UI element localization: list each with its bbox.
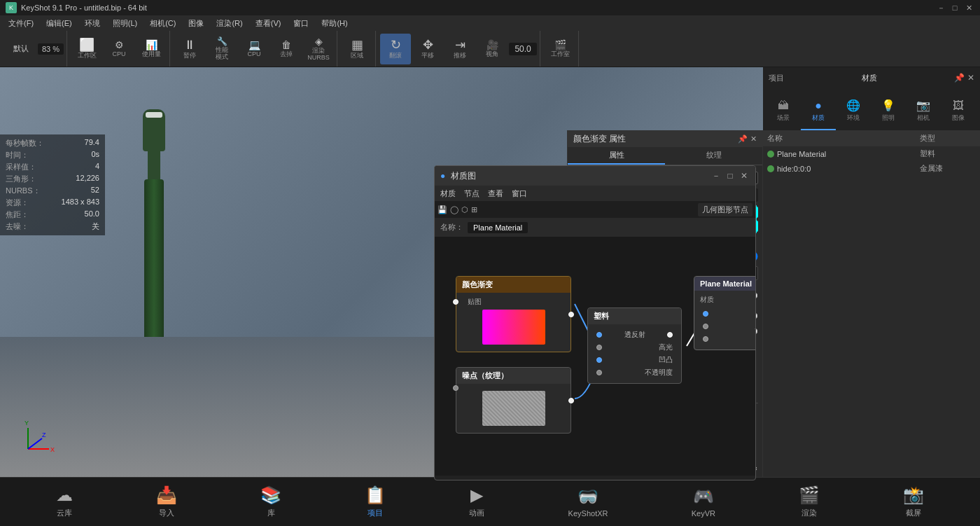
default-button[interactable]: 默认 (6, 34, 36, 64)
props-close-icon[interactable]: ✕ (750, 134, 757, 144)
mgmenu-material[interactable]: 材质 (440, 188, 456, 199)
right-panel-header: 项目 材质 📌 ✕ (763, 67, 980, 88)
push-button[interactable]: ⇥ 推移 (444, 34, 475, 64)
mat-col-type: 类型 (920, 133, 976, 144)
render-icon: 🎬 (799, 485, 820, 505)
minimize-button[interactable]: － (935, 2, 946, 13)
title-bar-controls: － □ ✕ (935, 2, 974, 13)
studio-button[interactable]: 🎬 工作室 (545, 34, 575, 64)
render-nurbs-button[interactable]: ◈ 渲染NURBS (303, 34, 334, 64)
region-button[interactable]: ▦ 区域 (342, 34, 372, 64)
tab-material[interactable]: ● 材质 (801, 92, 836, 130)
color-node-header: 颜色渐变 (456, 277, 570, 293)
menu-lighting[interactable]: 照明(L) (107, 17, 143, 30)
plastic-in-port-2[interactable] (596, 357, 602, 363)
pin-icon[interactable]: 📌 (954, 73, 965, 83)
bottom-keyvr-btn[interactable]: 🎮 KeyVR (692, 487, 715, 518)
mat-graph-close[interactable]: ✕ (738, 170, 750, 181)
workspace-button[interactable]: ⬜ 工作区 (71, 34, 102, 64)
props-pin-icon[interactable]: 📌 (738, 134, 748, 144)
bottom-animation-btn[interactable]: ▶ 动画 (469, 485, 484, 518)
cpu-button[interactable]: ⚙ CPU (104, 34, 134, 64)
remove-button[interactable]: 🗑 去掉 (271, 34, 302, 64)
plastic-in-port-0[interactable] (596, 332, 602, 338)
bottom-project-btn[interactable]: 📋 项目 (365, 485, 386, 518)
bottom-lib-btn[interactable]: 📚 库 (260, 485, 281, 518)
menu-help[interactable]: 帮助(H) (316, 17, 353, 30)
plastic-in-port-3[interactable] (596, 370, 602, 375)
menu-image[interactable]: 图像 (183, 17, 209, 30)
bump-in-port[interactable] (453, 385, 458, 391)
graph-canvas[interactable]: 颜色渐变 贴图 噪点（纹理） (435, 237, 755, 476)
plastic-out-port-0[interactable] (667, 332, 673, 338)
plane-material-node[interactable]: Plane Material 材质 表里 几何形 (694, 276, 755, 350)
tab-camera[interactable]: 📷 相机 (906, 92, 941, 130)
color-gradient-node[interactable]: 颜色渐变 贴图 (456, 276, 571, 352)
color-gradient-preview (482, 310, 545, 345)
resources-row: 资源： 1483 x 843 (6, 197, 99, 209)
bottom-library-btn[interactable]: ☁ 云库 (56, 485, 73, 518)
material-type-1: 金属漆 (920, 163, 976, 174)
props-tab-texture[interactable]: 纹理 (665, 147, 762, 165)
tab-image[interactable]: 🖼 图像 (941, 92, 976, 130)
mgmenu-node[interactable]: 节点 (464, 188, 479, 199)
mg-toolbar-icon-2[interactable]: ◯ (450, 205, 458, 214)
focal-value: 50.0 (85, 209, 99, 220)
bump-node[interactable]: 噪点（纹理） (456, 367, 571, 434)
bottom-bar: ☁ 云库 📥 导入 📚 库 📋 项目 ▶ 动画 🥽 KeyShotXR 🎮 Ke… (0, 477, 980, 526)
material-row-1[interactable]: hide:0:0:0 金属漆 (763, 161, 980, 176)
color-node-in-port[interactable] (453, 299, 458, 305)
mg-toolbar-icon-3[interactable]: ⬡ (461, 205, 468, 214)
bottom-render-btn[interactable]: 🎬 渲染 (799, 485, 820, 518)
triangles-value: 12,226 (76, 174, 99, 184)
roll-button[interactable]: ↻ 翻滚 (380, 34, 411, 64)
tab-lighting[interactable]: 💡 照明 (871, 92, 906, 130)
geo-node-label[interactable]: 几何图形节点 (698, 203, 752, 216)
menu-env[interactable]: 环境 (79, 17, 106, 30)
mat-graph-maximize[interactable]: □ (724, 170, 736, 181)
menu-window[interactable]: 窗口 (288, 17, 314, 30)
zoom-selector[interactable]: 83 % (38, 43, 64, 55)
bump-node-out-port[interactable] (568, 398, 574, 403)
tab-scene[interactable]: 🏔 场景 (766, 92, 801, 130)
mgmenu-window[interactable]: 窗口 (512, 188, 527, 199)
bottom-import-btn[interactable]: 📥 导入 (156, 485, 177, 518)
plane-in-port-1[interactable] (703, 324, 708, 329)
angle-button[interactable]: 🎥 视角 (477, 34, 507, 64)
bottom-screenshot-btn[interactable]: 📸 截屏 (903, 485, 924, 518)
panel-close-icon[interactable]: ✕ (967, 73, 974, 83)
color-node-out-port[interactable] (568, 312, 574, 317)
perf-mode-button[interactable]: 🔧 性能模式 (206, 34, 237, 64)
import-icon: 📥 (156, 485, 177, 505)
menu-file[interactable]: 文件(F) (3, 17, 39, 30)
mat-graph-name-bar: 名称： Plane Material (435, 218, 755, 237)
menu-render[interactable]: 渲染(R) (211, 17, 248, 30)
cpu2-button[interactable]: 💻 CPU (239, 34, 270, 64)
material-row-0[interactable]: Plane Material 塑料 (763, 146, 980, 161)
menu-camera[interactable]: 相机(C) (144, 17, 181, 30)
mgmenu-view[interactable]: 查看 (488, 188, 503, 199)
plastic-row-label-2: 凹凸 (659, 355, 673, 365)
mg-name-value: Plane Material (468, 222, 528, 233)
plastic-node[interactable]: 塑料 透反射 高光 (587, 307, 682, 384)
mg-toolbar-icon-1[interactable]: 💾 (438, 205, 447, 214)
close-button[interactable]: ✕ (963, 2, 974, 13)
maximize-button[interactable]: □ (949, 2, 960, 13)
props-tab-attr[interactable]: 属性 (568, 147, 665, 165)
mg-toolbar-icon-4[interactable]: ⊞ (471, 205, 477, 214)
tab-env[interactable]: 🌐 环境 (836, 92, 871, 130)
mat-graph-minimize[interactable]: － (710, 170, 722, 181)
usage-button[interactable]: 📊 使用量 (136, 34, 167, 64)
bottom-keyxr-btn[interactable]: 🥽 KeyShotXR (568, 487, 608, 518)
pan-button[interactable]: ✥ 平移 (412, 34, 443, 64)
plane-in-port-2[interactable] (703, 336, 708, 342)
menu-edit[interactable]: 编辑(E) (41, 17, 78, 30)
menu-view[interactable]: 查看(V) (250, 17, 287, 30)
right-panel: 项目 材质 📌 ✕ 🏔 场景 ● 材质 🌐 环境 💡 照明 (763, 67, 980, 477)
material-graph-window: ● 材质图 － □ ✕ 材质 节点 查看 窗口 💾 ◯ ⬡ ⊞ 几何图形节点 名… (434, 165, 756, 480)
pause-button[interactable]: ⏸ 暂停 (174, 34, 205, 64)
color-node-body: 贴图 (456, 293, 570, 352)
focal-length-value[interactable]: 50.0 (509, 43, 537, 55)
plane-in-port-0[interactable] (703, 311, 708, 317)
plastic-in-port-1[interactable] (596, 345, 602, 350)
